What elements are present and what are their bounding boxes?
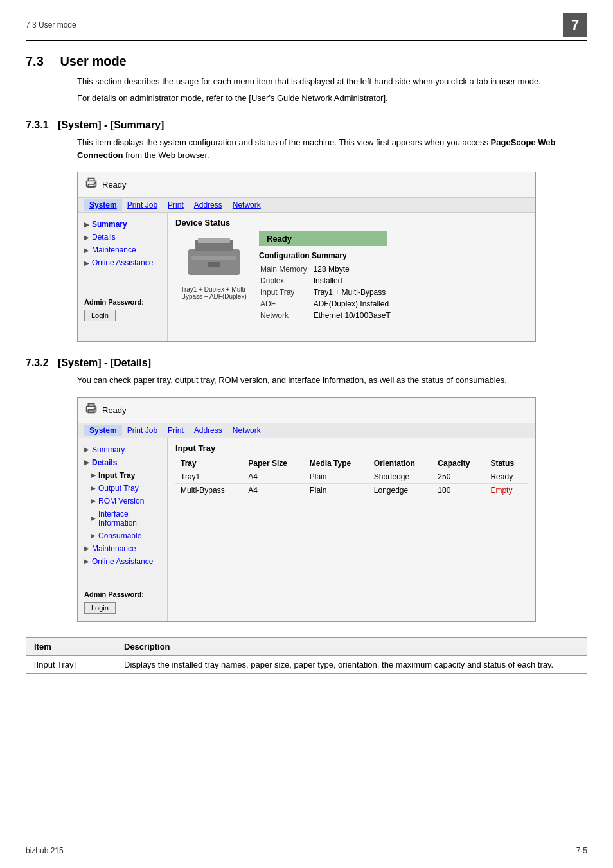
- admin-password-label-2: Admin Password:: [78, 587, 167, 599]
- status-ready-badge: Ready: [259, 231, 387, 246]
- paper-size: A4: [243, 470, 304, 483]
- device-status-area: Tray1 + Duplex + Multi-Bypass + ADF(Dupl…: [175, 231, 528, 322]
- login-area-1: Login: [78, 307, 167, 324]
- arrow-icon: ▶: [84, 234, 89, 241]
- sidebar-label-online-1: Online Assistance: [92, 258, 153, 267]
- item-cell: [Input Tray]: [26, 655, 116, 673]
- admin-password-label-1: Admin Password:: [78, 294, 167, 307]
- nav-network-2[interactable]: Network: [227, 425, 266, 436]
- ui-main-1: Device Status: [168, 213, 535, 341]
- sidebar-online-assistance-1[interactable]: ▶ Online Assistance: [78, 256, 167, 269]
- sidebar-label-maintenance-2: Maintenance: [92, 544, 136, 553]
- config-summary-title: Configuration Summary: [259, 251, 528, 260]
- login-button-2[interactable]: Login: [84, 602, 116, 614]
- header-title: 7.3 User mode: [26, 21, 76, 30]
- config-label: Main Memory: [260, 264, 312, 274]
- config-label: ADF: [260, 299, 312, 309]
- sidebar-label-rom: ROM Version: [98, 497, 144, 506]
- svg-rect-1: [88, 184, 94, 188]
- tray-name: Multi-Bypass: [175, 483, 243, 497]
- tray-row-tray1: Tray1 A4 Plain Shortedge 250 Ready: [175, 470, 528, 483]
- sidebar-maintenance-2[interactable]: ▶ Maintenance: [78, 542, 167, 555]
- tray-table-header-row: Tray Paper Size Media Type Orientation C…: [175, 457, 528, 470]
- ui-content-1: ▶ Summary ▶ Details ▶ Maintenance ▶ Onli…: [78, 213, 535, 341]
- sidebar-interface-2[interactable]: ▶ Interface Information: [78, 508, 167, 529]
- nav-print-2[interactable]: Print: [163, 425, 189, 436]
- section-7-3-title: 7.3 User mode: [26, 54, 587, 69]
- config-row-memory: Main Memory 128 Mbyte: [260, 264, 396, 274]
- nav-printjob-2[interactable]: Print Job: [122, 425, 163, 436]
- arrow-icon: ▶: [91, 497, 96, 504]
- printer-image: [185, 236, 243, 283]
- ui-sidebar-2: ▶ Summary ▶ Details ▶ Input Tray ▶ Outpu…: [78, 438, 168, 621]
- page-footer: bizhub 215 7-5: [26, 842, 587, 855]
- capacity: 250: [432, 470, 485, 483]
- sidebar-consumable-2[interactable]: ▶ Consumable: [78, 529, 167, 542]
- sidebar-label-output-tray: Output Tray: [98, 484, 139, 493]
- ui-status-1: Ready: [102, 180, 127, 190]
- ui-content-2: ▶ Summary ▶ Details ▶ Input Tray ▶ Outpu…: [78, 438, 535, 621]
- status: Ready: [485, 470, 528, 483]
- nav-system-1[interactable]: System: [84, 199, 122, 211]
- arrow-icon: ▶: [84, 545, 89, 552]
- sidebar-summary-2[interactable]: ▶ Summary: [78, 443, 167, 456]
- sidebar-divider-1: [78, 272, 167, 272]
- arrow-icon: ▶: [84, 260, 89, 267]
- ui-nav-bar-1: System Print Job Print Address Network: [78, 197, 535, 213]
- arrow-icon: ▶: [91, 472, 96, 479]
- sidebar-summary-1[interactable]: ▶ Summary: [78, 218, 167, 231]
- login-button-1[interactable]: Login: [84, 310, 116, 321]
- section-7-3-desc1: This section describes the usage for eac…: [77, 75, 587, 88]
- arrow-icon: ▶: [84, 558, 89, 565]
- nav-system-2[interactable]: System: [84, 425, 122, 436]
- nav-network-1[interactable]: Network: [227, 199, 266, 211]
- sidebar-label-consumable: Consumable: [98, 531, 141, 540]
- media-type: Plain: [305, 483, 369, 497]
- col-item: Item: [26, 637, 116, 655]
- sidebar-label-interface: Interface Information: [98, 509, 161, 527]
- col-capacity: Capacity: [432, 457, 485, 470]
- col-status: Status: [485, 457, 528, 470]
- details-ui-box: Ready System Print Job Print Address Net…: [77, 397, 536, 622]
- sidebar-input-tray-2[interactable]: ▶ Input Tray: [78, 469, 167, 482]
- capacity: 100: [432, 483, 485, 497]
- subsection-7-3-1-title: 7.3.1 [System] - [Summary]: [26, 120, 587, 131]
- ui-nav-bar-2: System Print Job Print Address Network: [78, 423, 535, 438]
- config-label: Network: [260, 310, 312, 321]
- subsection-7-3-2-title: 7.3.2 [System] - [Details]: [26, 357, 587, 369]
- col-description: Description: [116, 637, 587, 655]
- svg-point-2: [94, 182, 96, 184]
- nav-address-2[interactable]: Address: [189, 425, 227, 436]
- nav-address-1[interactable]: Address: [189, 199, 227, 211]
- svg-point-10: [94, 408, 96, 409]
- sidebar-label-summary-2: Summary: [92, 445, 125, 454]
- sidebar-label-online-2: Online Assistance: [92, 557, 153, 566]
- col-tray: Tray: [175, 457, 243, 470]
- sidebar-online-2[interactable]: ▶ Online Assistance: [78, 555, 167, 568]
- arrow-icon: ▶: [84, 247, 89, 254]
- sidebar-label-input-tray: Input Tray: [98, 471, 135, 480]
- config-value: Tray1 + Multi-Bypass: [314, 287, 396, 297]
- sidebar-maintenance-1[interactable]: ▶ Maintenance: [78, 244, 167, 256]
- sidebar-details-1[interactable]: ▶ Details: [78, 231, 167, 244]
- sidebar-details-2[interactable]: ▶ Details: [78, 456, 167, 469]
- config-label: Duplex: [260, 276, 312, 286]
- arrow-icon: ▶: [91, 515, 96, 522]
- config-row-network: Network Ethernet 10/100BaseT: [260, 310, 396, 321]
- sidebar-rom-2[interactable]: ▶ ROM Version: [78, 495, 167, 508]
- col-media-type: Media Type: [305, 457, 369, 470]
- svg-rect-7: [208, 262, 220, 267]
- printer-icon-2: [84, 402, 98, 419]
- nav-print-1[interactable]: Print: [163, 199, 189, 211]
- login-area-2: Login: [78, 599, 167, 616]
- sidebar-label-details-2: Details: [92, 458, 117, 467]
- config-table: Main Memory 128 Mbyte Duplex Installed I…: [259, 263, 397, 322]
- arrow-icon: ▶: [84, 446, 89, 453]
- config-value: Ethernet 10/100BaseT: [314, 310, 396, 321]
- input-tray-title: Input Tray: [175, 443, 528, 453]
- sidebar-output-tray-2[interactable]: ▶ Output Tray: [78, 482, 167, 495]
- config-row-duplex: Duplex Installed: [260, 276, 396, 286]
- nav-printjob-1[interactable]: Print Job: [122, 199, 163, 211]
- svg-rect-6: [191, 256, 236, 260]
- media-type: Plain: [305, 470, 369, 483]
